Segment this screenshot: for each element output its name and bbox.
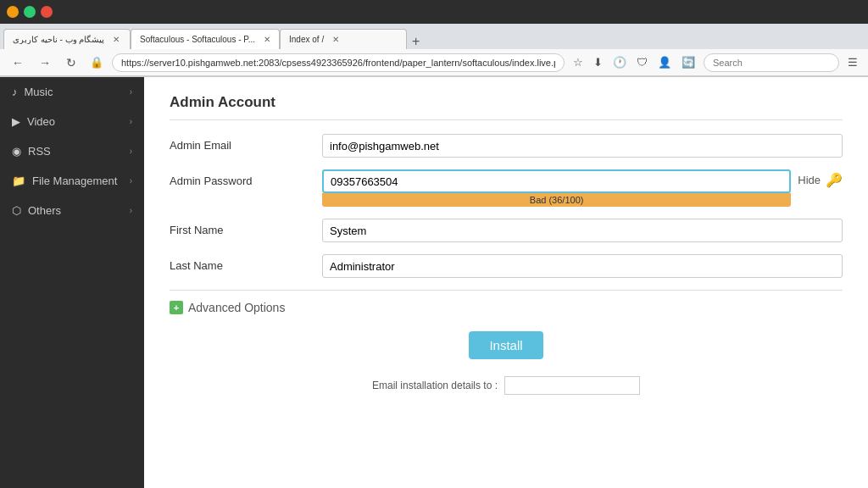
last-name-label: Last Name xyxy=(170,254,322,272)
last-name-field xyxy=(322,254,843,278)
key-icon: 🔑 xyxy=(826,172,843,188)
address-input[interactable] xyxy=(112,53,565,72)
sync-icon[interactable]: 🔄 xyxy=(678,54,698,70)
advanced-options-toggle[interactable]: + Advanced Options xyxy=(170,301,843,314)
content-inner: Admin Account Admin Email Admin Password… xyxy=(144,77,868,403)
chevron-icon: › xyxy=(130,176,132,186)
password-strength-bar: Bad (36/100) xyxy=(322,193,791,207)
video-icon: ▶ xyxy=(12,115,20,128)
tab-label: Softaculous - Softaculous - P... xyxy=(140,35,255,44)
music-icon: ♪ xyxy=(12,86,18,98)
rss-icon: ◉ xyxy=(12,145,21,158)
address-bar: ← → ↻ 🔒 ☆ ⬇ 🕐 🛡 👤 🔄 ☰ xyxy=(0,49,868,76)
browser-toolbar: ☆ ⬇ 🕐 🛡 👤 🔄 xyxy=(570,54,698,70)
admin-email-input[interactable] xyxy=(322,134,843,158)
maximize-button[interactable] xyxy=(24,6,36,18)
sidebar: ♪ Music › ▶ Video › ◉ RSS › 📁 File Manag… xyxy=(0,77,144,488)
first-name-row: First Name xyxy=(170,219,843,242)
content-area: Admin Account Admin Email Admin Password… xyxy=(144,77,868,488)
sidebar-item-rss[interactable]: ◉ RSS › xyxy=(0,136,144,166)
shield-icon[interactable]: 🛡 xyxy=(633,54,651,70)
close-button[interactable] xyxy=(41,6,53,18)
first-name-input[interactable] xyxy=(322,219,843,242)
profile-icon[interactable]: 👤 xyxy=(654,54,675,70)
plus-icon: + xyxy=(170,301,183,314)
bookmark-star-icon[interactable]: ☆ xyxy=(570,54,587,70)
back-button[interactable]: ← xyxy=(7,54,29,71)
new-tab-button[interactable]: + xyxy=(407,34,425,49)
admin-password-field: Bad (36/100) Hide 🔑 xyxy=(322,169,843,207)
tab-softaculous[interactable]: Softaculous - Softaculous - P... ✕ xyxy=(131,29,280,49)
sidebar-item-label: Music xyxy=(25,86,53,98)
chevron-icon: › xyxy=(130,117,132,126)
last-name-input[interactable] xyxy=(322,254,843,278)
first-name-field xyxy=(322,219,843,242)
sidebar-item-label: File Management xyxy=(32,175,117,187)
admin-email-label: Admin Email xyxy=(170,134,322,152)
sidebar-item-music[interactable]: ♪ Music › xyxy=(0,77,144,107)
history-icon[interactable]: 🕐 xyxy=(609,54,630,70)
tab-pishgam[interactable]: پیشگام وب - ناحیه کاربری ✕ xyxy=(3,29,131,49)
tab-close-icon[interactable]: ✕ xyxy=(113,35,120,44)
admin-email-field xyxy=(322,134,843,158)
tab-bar: پیشگام وب - ناحیه کاربری ✕ Softaculous -… xyxy=(0,24,868,49)
sidebar-item-video[interactable]: ▶ Video › xyxy=(0,107,144,136)
sidebar-item-label: Video xyxy=(27,115,55,128)
minimize-button[interactable] xyxy=(7,6,19,18)
forward-button[interactable]: → xyxy=(34,54,56,71)
install-button[interactable]: Install xyxy=(469,331,542,359)
chevron-icon: › xyxy=(130,206,132,215)
email-installation-input[interactable] xyxy=(504,376,640,395)
sidebar-item-label: Others xyxy=(28,204,61,217)
tab-index[interactable]: Index of / ✕ xyxy=(280,29,407,49)
hide-password-button[interactable]: Hide xyxy=(798,174,821,186)
folder-icon: 📁 xyxy=(12,175,25,187)
chevron-icon: › xyxy=(130,87,132,97)
others-icon: ⬡ xyxy=(12,204,21,217)
last-name-row: Last Name xyxy=(170,254,843,278)
sidebar-item-label: RSS xyxy=(28,145,51,158)
refresh-button[interactable]: ↻ xyxy=(61,54,81,71)
advanced-options-label: Advanced Options xyxy=(188,301,285,314)
admin-password-input[interactable] xyxy=(322,169,791,193)
tab-label: Index of / xyxy=(289,35,324,44)
email-installation-label: Email installation details to : xyxy=(372,380,498,391)
title-bar xyxy=(0,0,868,24)
tab-close-icon[interactable]: ✕ xyxy=(264,35,270,44)
first-name-label: First Name xyxy=(170,219,322,236)
advanced-section: + Advanced Options xyxy=(170,290,843,314)
download-icon[interactable]: ⬇ xyxy=(590,54,606,70)
admin-password-row: Admin Password Bad (36/100) Hide 🔑 xyxy=(170,169,843,207)
chevron-icon: › xyxy=(130,147,132,156)
tab-close-icon[interactable]: ✕ xyxy=(332,35,339,44)
search-input[interactable] xyxy=(704,53,839,72)
menu-icon[interactable]: ☰ xyxy=(844,54,861,70)
email-installation-row: Email installation details to : xyxy=(170,376,843,395)
main-layout: ♪ Music › ▶ Video › ◉ RSS › 📁 File Manag… xyxy=(0,77,868,488)
sidebar-item-others[interactable]: ⬡ Others › xyxy=(0,196,144,225)
sidebar-item-file-management[interactable]: 📁 File Management › xyxy=(0,166,144,196)
admin-email-row: Admin Email xyxy=(170,134,843,158)
section-title: Admin Account xyxy=(170,86,843,120)
admin-password-label: Admin Password xyxy=(170,169,322,187)
lock-icon: 🔒 xyxy=(86,54,107,70)
tab-label: پیشگام وب - ناحیه کاربری xyxy=(13,35,104,44)
